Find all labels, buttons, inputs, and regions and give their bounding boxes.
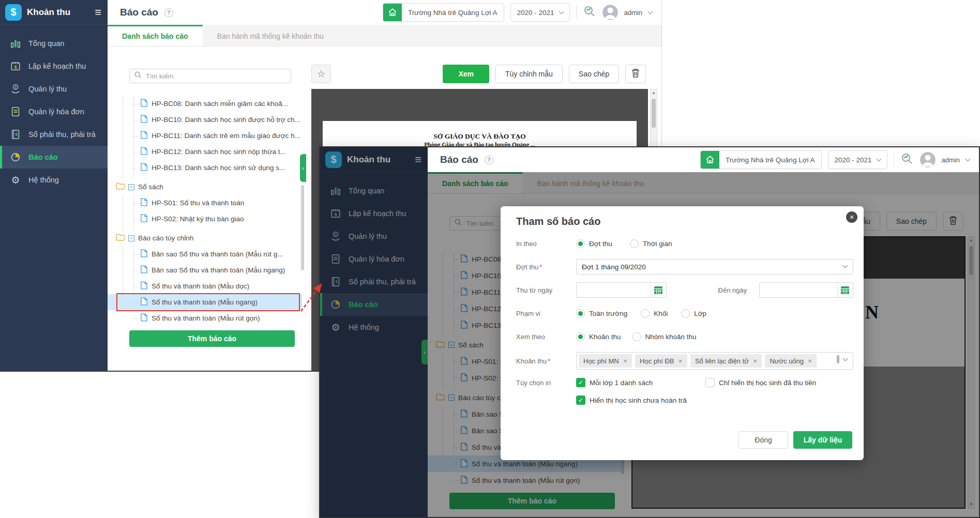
tab-ban-hanh-ma[interactable]: Ban hành mã thống kê khoản thu bbox=[203, 25, 338, 46]
folder-icon bbox=[116, 234, 125, 242]
checkbox-icon bbox=[705, 378, 715, 387]
ledger-icon: $ bbox=[9, 128, 22, 141]
search-input[interactable] bbox=[146, 72, 286, 80]
username[interactable]: admin bbox=[942, 156, 960, 164]
view-by-row: Xem theo Khoản thu Nhóm khoản thu bbox=[516, 329, 853, 344]
collection-period-select[interactable]: Đợt 1 tháng 09/2020 bbox=[576, 259, 853, 275]
radio-selected-icon bbox=[576, 332, 585, 341]
modal-dim-overlay bbox=[320, 147, 428, 517]
chevron-down-icon bbox=[843, 263, 848, 268]
scope-row: Phạm vi Toàn trường Khối Lớp bbox=[516, 306, 853, 321]
sidebar-item-he-thong[interactable]: ⚙Hệ thống bbox=[0, 169, 108, 191]
sidebar-item-quan-ly-hoa-don[interactable]: Quản lý hóa đơn bbox=[0, 100, 108, 123]
calendar-icon[interactable] bbox=[651, 283, 666, 297]
remove-tag-icon[interactable]: ✕ bbox=[679, 358, 683, 364]
avatar[interactable] bbox=[602, 5, 618, 20]
fees-multiselect[interactable]: Học phí MN✕ Học phí ĐB✕ Sổ liên lạc điện… bbox=[576, 352, 853, 370]
page-title: Báo cáo bbox=[440, 154, 478, 165]
radio-khoi[interactable]: Khối bbox=[641, 309, 668, 318]
view-button[interactable]: Xem bbox=[443, 65, 489, 83]
doc-heading: SỞ GIÁO DỤC VÀ ĐÀO TẠO bbox=[323, 132, 637, 141]
get-data-button[interactable]: Lấy dữ liệu bbox=[793, 431, 852, 449]
tree-item-selected[interactable]: Sổ thu và thanh toán (Mẫu ngang) bbox=[108, 294, 302, 310]
calendar-icon[interactable] bbox=[837, 283, 853, 297]
tab-danh-sach-bao-cao[interactable]: Danh sách báo cáo bbox=[108, 25, 203, 46]
collapse-node-icon[interactable] bbox=[128, 184, 134, 190]
file-icon bbox=[141, 147, 147, 157]
tree-scrollbar[interactable] bbox=[301, 185, 304, 270]
tree-item[interactable]: HP-BC13: Danh sách học sinh sử dụng s... bbox=[108, 160, 302, 176]
chevron-down-icon[interactable] bbox=[648, 9, 653, 14]
school-year-select[interactable]: 2020 - 2021 bbox=[510, 3, 570, 22]
sidebar-item-tong-quan[interactable]: Tổng quan bbox=[0, 32, 108, 55]
fee-tag: Sổ liên lạc điện tử✕ bbox=[690, 354, 762, 368]
insight-search-icon[interactable] bbox=[583, 5, 596, 20]
field-label: Tùy chọn in bbox=[516, 379, 576, 387]
avatar[interactable] bbox=[920, 152, 936, 167]
remove-tag-icon[interactable]: ✕ bbox=[623, 358, 627, 364]
school-year-value: 2020 - 2021 bbox=[835, 156, 872, 164]
add-report-button[interactable]: Thêm báo cáo bbox=[129, 330, 295, 347]
checkbox-chi-hien-thi[interactable]: Chỉ hiển thị học sinh đã thu tiền bbox=[705, 378, 816, 387]
search-box[interactable] bbox=[129, 69, 291, 83]
field-label: Thu từ ngày bbox=[516, 286, 576, 294]
close-button[interactable]: Đóng bbox=[738, 431, 788, 449]
favorite-button[interactable]: ☆ bbox=[311, 65, 331, 83]
username[interactable]: admin bbox=[624, 9, 642, 17]
radio-nhom-khoan-thu[interactable]: Nhóm khoản thu bbox=[632, 332, 697, 341]
app-logo-icon: $ bbox=[5, 4, 22, 21]
help-icon[interactable]: ? bbox=[485, 156, 493, 164]
multiselect-scrollbar[interactable] bbox=[837, 355, 839, 363]
school-name: Trường Nhà trẻ Quảng Lợi A bbox=[719, 151, 821, 169]
tree-item[interactable]: HP-S02: Nhật ký thu bàn giao bbox=[108, 211, 302, 227]
tree-item[interactable]: HP-BC10: Danh sách học sinh được hỗ trợ … bbox=[108, 112, 302, 128]
chevron-down-icon[interactable] bbox=[966, 157, 971, 162]
customize-template-button[interactable]: Tùy chỉnh mẫu bbox=[495, 65, 563, 83]
search-icon bbox=[134, 71, 142, 81]
tree-item[interactable]: Bản sao Sổ thu và thanh toán (Mẫu rút g.… bbox=[108, 246, 302, 262]
tree-folder[interactable]: Sổ sách bbox=[108, 179, 302, 195]
copy-button[interactable]: Sao chép bbox=[569, 65, 619, 83]
panel-collapse-hand[interactable]: ‹ bbox=[300, 154, 306, 182]
scroll-up-icon[interactable]: ▲ bbox=[651, 89, 657, 97]
sidebar-item-lap-ke-hoach-thu[interactable]: $Lập kế hoạch thu bbox=[0, 55, 108, 78]
sidebar-item-bao-cao[interactable]: Báo cáo bbox=[0, 146, 108, 169]
tree-item[interactable]: HP-BC12: Danh sách học sinh nộp thừa t..… bbox=[108, 144, 302, 160]
file-icon bbox=[141, 297, 147, 307]
radio-lop[interactable]: Lớp bbox=[681, 309, 706, 318]
remove-tag-icon[interactable]: ✕ bbox=[808, 358, 812, 364]
insight-search-icon[interactable] bbox=[900, 152, 914, 167]
from-date-input[interactable] bbox=[576, 282, 667, 298]
school-year-select[interactable]: 2020 - 2021 bbox=[828, 150, 887, 169]
sidebar-item-quan-ly-thu[interactable]: $Quản lý thu bbox=[0, 78, 108, 100]
checkbox-hien-thi-chua-hoan-tra[interactable]: ✓Hiển thị học sinh chưa hoàn trả bbox=[576, 395, 687, 405]
tree-item[interactable]: Sổ thu và thanh toán (Mẫu rút gọn) bbox=[108, 310, 302, 326]
close-icon[interactable]: ✕ bbox=[846, 211, 857, 223]
collapse-node-icon[interactable] bbox=[128, 235, 134, 241]
collection-period-value: Đợt 1 tháng 09/2020 bbox=[582, 263, 646, 271]
tree-folder[interactable]: Báo cáo tùy chỉnh bbox=[108, 230, 302, 246]
tree-item[interactable]: HP-BC08: Danh sách miễn giảm các khoả... bbox=[108, 96, 302, 112]
radio-toan-truong[interactable]: Toàn trường bbox=[576, 309, 627, 318]
chevron-down-icon[interactable] bbox=[843, 356, 848, 361]
radio-khoan-thu[interactable]: Khoản thu bbox=[576, 332, 621, 341]
hamburger-icon[interactable]: ≡ bbox=[95, 7, 101, 18]
sidebar-item-label: Quản lý hóa đơn bbox=[28, 108, 84, 116]
radio-dot-thu[interactable]: Đợt thu bbox=[576, 239, 612, 248]
bar-chart-icon bbox=[9, 37, 22, 50]
radio-thoi-gian[interactable]: Thời gian bbox=[630, 239, 672, 248]
checkbox-moi-lop[interactable]: ✓Mỗi lớp 1 danh sách bbox=[576, 378, 705, 387]
delete-button[interactable] bbox=[625, 65, 646, 83]
school-selector[interactable]: Trường Nhà trẻ Quảng Lợi A bbox=[700, 150, 822, 169]
sidebar-item-so-phai-thu[interactable]: $Sổ phải thu, phải trả bbox=[0, 123, 108, 146]
to-date-input[interactable] bbox=[759, 282, 853, 298]
school-selector[interactable]: Trường Nhà trẻ Quảng Lợi A bbox=[383, 3, 504, 22]
remove-tag-icon[interactable]: ✕ bbox=[753, 358, 757, 364]
tree-item[interactable]: Bản sao Sổ thu và thanh toán (Mẫu ngang) bbox=[108, 262, 302, 278]
tree-item[interactable]: HP-S01: Sổ thu và thanh toán bbox=[108, 195, 302, 211]
tree-item[interactable]: HP-BC11: Danh sách trẻ em mẫu giáo được … bbox=[108, 128, 302, 144]
help-icon[interactable]: ? bbox=[164, 8, 173, 17]
trash-icon bbox=[631, 68, 640, 80]
radio-icon bbox=[630, 239, 639, 248]
tree-item[interactable]: Sổ thu và thanh toán (Mẫu dọc) bbox=[108, 278, 302, 294]
